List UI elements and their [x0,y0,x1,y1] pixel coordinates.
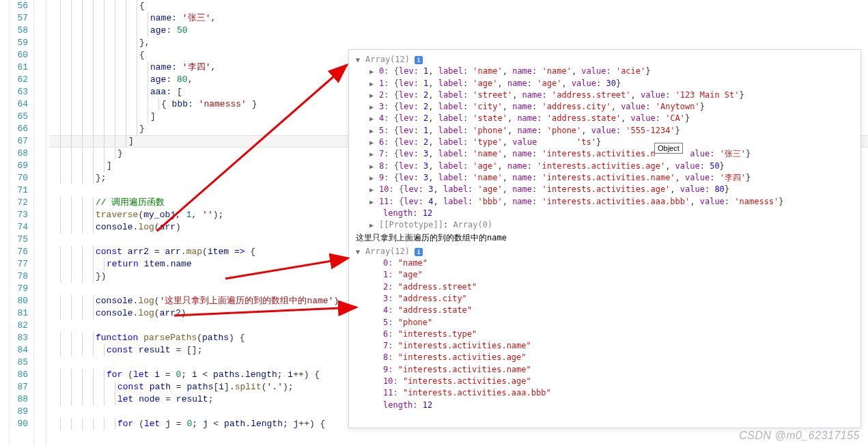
line-number: 86 [10,369,28,381]
console-entry[interactable]: 2: "address.street" [356,281,854,293]
line-number: 56 [10,0,28,12]
fold-column [34,0,46,446]
tooltip-object: Object [654,143,683,154]
line-number: 59 [10,37,28,49]
line-number: 63 [10,86,28,98]
console-entry[interactable]: 0: "name" [356,257,854,269]
console-entry[interactable]: 4: "address.state" [356,305,854,316]
console-length: length: 12 [356,208,854,219]
line-number: 75 [10,234,28,246]
line-number: 77 [10,258,28,270]
console-entry[interactable]: ▶1: {lev: 1, label: 'age', name: 'age', … [356,78,854,89]
line-number: 87 [10,381,28,393]
console-entry[interactable]: ▶10: {lev: 3, label: 'age', name: 'inter… [356,184,854,195]
code-line[interactable]: }, [49,37,868,49]
watermark: CSDN @m0_62317155 [739,430,860,442]
line-number: 84 [10,344,28,357]
line-number: 70 [10,172,28,184]
console-entry[interactable]: 6: "interests.type" [356,329,854,340]
line-number: 80 [10,295,28,307]
console-entry[interactable]: 5: "phone" [356,317,854,329]
line-number: 89 [10,406,28,418]
console-entry[interactable]: ▶6: {lev: 2, label: 'type', value 'ts'} [356,137,854,148]
console-length: length: 12 [356,400,854,411]
ruler [0,0,10,446]
line-number: 67 [10,135,28,148]
line-number: 85 [10,357,28,369]
console-array-header[interactable]: ▼Array(12) i [356,54,854,66]
console-entry[interactable]: 1: "age" [356,269,854,281]
console-entry[interactable]: 11: "interests.activities.aaa.bbb" [356,387,854,399]
line-number: 81 [10,307,28,320]
console-entry[interactable]: ▶3: {lev: 2, label: 'city', name: 'addre… [356,101,854,113]
console-entry[interactable]: 7: "interests.activities.name" [356,340,854,352]
line-number: 71 [10,184,28,197]
line-number: 60 [10,49,28,61]
code-line[interactable]: age: 50 [49,25,868,37]
line-number: 65 [10,111,28,123]
line-number: 78 [10,270,28,283]
console-log-text: 这里只拿到上面遍历的到的数组中的name [356,231,854,245]
line-number: 64 [10,98,28,111]
console-entry[interactable]: ▶11: {lev: 4, label: 'bbb', name: 'inter… [356,196,854,208]
line-number: 72 [10,197,28,209]
line-number: 69 [10,160,28,172]
line-number: 68 [10,148,28,160]
console-entry[interactable]: ▶5: {lev: 1, label: 'phone', name: 'phon… [356,125,854,137]
console-entry[interactable]: ▶0: {lev: 1, label: 'name', name: 'name'… [356,66,854,77]
line-number-gutter: 5657585960616263646566676869707172737475… [10,0,34,446]
line-number: 61 [10,61,28,74]
console-array-header[interactable]: ▼Array(12) i [356,246,854,257]
line-number: 76 [10,246,28,258]
console-entry[interactable]: 9: "interests.activities.name" [356,364,854,376]
line-number: 62 [10,74,28,86]
line-number: 74 [10,221,28,234]
console-entry[interactable]: 3: "address.city" [356,293,854,305]
line-number: 58 [10,25,28,37]
info-icon[interactable]: i [415,248,423,256]
code-line[interactable]: { [49,0,868,12]
line-number: 88 [10,393,28,406]
console-prototype[interactable]: ▶[[Prototype]]: Array(0) [356,219,854,231]
line-number: 90 [10,418,28,430]
line-number: 73 [10,209,28,221]
console-entry[interactable]: ▶2: {lev: 2, label: 'street', name: 'add… [356,89,854,101]
code-line[interactable]: name: '张三', [49,12,868,25]
console-entry[interactable]: ▶9: {lev: 3, label: 'name', name: 'inter… [356,172,854,184]
line-number: 83 [10,332,28,344]
console-entry[interactable]: ▶8: {lev: 3, label: 'age', name: 'intere… [356,161,854,172]
line-number: 57 [10,12,28,25]
console-entry[interactable]: ▶4: {lev: 2, label: 'state', name: 'addr… [356,113,854,124]
console-panel[interactable]: ▼Array(12) i▶0: {lev: 1, label: 'name', … [348,49,861,428]
line-number: 79 [10,283,28,295]
line-number: 66 [10,123,28,135]
console-entry[interactable]: ▶7: {lev: 3, label: 'name', name: 'inter… [356,148,854,160]
info-icon[interactable]: i [415,56,423,64]
line-number: 82 [10,320,28,332]
console-entry[interactable]: 10: "interests.activities.age" [356,376,854,387]
console-entry[interactable]: 8: "interests.activities.age" [356,352,854,363]
